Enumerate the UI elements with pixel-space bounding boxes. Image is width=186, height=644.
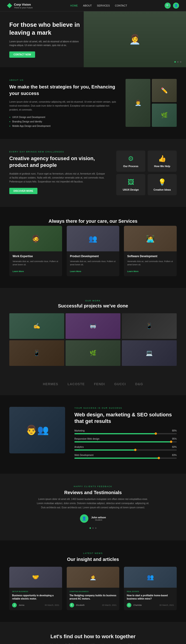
progress-label-webdesign: Responsive Web design [74, 438, 100, 440]
project-item-1[interactable]: ✍️ [9, 313, 64, 339]
strategy-left: ABOUT US We make the best strategies for… [9, 79, 119, 127]
strategy-item-1: UI/UX Design and Development [9, 116, 119, 118]
blog-cat-2: Starting Business [69, 590, 117, 592]
strategy-images: 👨‍💼 ✏️ 🌿 [126, 79, 177, 127]
projects-grid: ✍️ 🥽 📱 📱 🌿 💻 [9, 313, 177, 366]
nav-contact[interactable]: Contact [115, 4, 127, 7]
blog-img-2: 👩‍💼 [67, 567, 120, 588]
cta-description: Lorem ipsum dolor sit amet elit. Sed 'at… [35, 643, 151, 644]
service-card-2: 👥 Product Development Venenatis duis ac,… [67, 226, 120, 276]
cta-section: Let's find out how to work together Lore… [0, 622, 186, 644]
creative-cta-button[interactable]: Discover More [9, 188, 37, 194]
progress-fill-webdev [74, 458, 159, 459]
testimonial-text: Lorem ipsum dolor sit amet elit. 1463 ba… [35, 497, 151, 510]
creative-section: EVERY DAY BRINGS NEW CHALLENGES Creative… [0, 139, 186, 207]
service-card-3: 👩‍💻 Software Development Venenatis duis … [124, 226, 177, 276]
process-icon: ⚙ [120, 155, 142, 162]
seo-left: 👨‍👥 [9, 407, 65, 454]
hero-dots [174, 61, 181, 62]
progress-fill-marketing [74, 433, 156, 434]
seo-image: 👨‍👥 [9, 407, 65, 454]
blog-author-2: Elizabeth [76, 604, 85, 606]
service-title-1: Work Expertise [12, 254, 59, 258]
progress-fill-analytics [74, 450, 136, 450]
strategy-description: Lorem ipsum dolor sit amet, consectetur … [9, 100, 119, 112]
service-learn-1[interactable]: Learn More [12, 270, 24, 272]
progress-webdesign: Responsive Web design 95% [74, 438, 177, 442]
blog-author-avatar-3: C [127, 603, 131, 608]
project-item-6[interactable]: 💻 [122, 340, 177, 366]
service-desc-1: Venenatis duis ac, sed commodo risus. Pu… [12, 260, 59, 266]
blog-author-avatar-1: J [12, 603, 17, 608]
ideas-icon: 💡 [151, 178, 173, 186]
strategy-section: ABOUT US We make the best strategies for… [0, 67, 186, 139]
service-title-3: Software Development [127, 254, 174, 258]
nav-services[interactable]: Services [97, 4, 110, 7]
testimonial-author: 👤 John wilson Student [35, 514, 151, 523]
projects-title: Successful projects we've done [9, 303, 177, 308]
hero-cta-button[interactable]: Contact Now [9, 52, 35, 58]
search-button[interactable]: 🔍 [165, 2, 171, 8]
testimonial-dot-2[interactable] [92, 528, 94, 529]
creative-card-uiux: 🖼 UI/UX Design [116, 174, 145, 195]
nav-actions: 🔍 👤 [165, 2, 179, 8]
strategy-img-top: ✏️ [152, 79, 177, 102]
seo-title: Web design, marketing & SEO solutions th… [74, 412, 177, 425]
user-button[interactable]: 👤 [173, 2, 179, 8]
seo-tag: YOUR SUCCESS IS OUR SUCCESS [74, 407, 177, 409]
uiux-title: UI/UX Design [120, 188, 142, 191]
progress-analytics: Analytics 60% [74, 446, 177, 450]
strategy-item-2: Branding Design and Identity [9, 120, 119, 123]
uiux-icon: 🖼 [120, 178, 142, 186]
progress-bar-marketing [74, 433, 177, 434]
strategy-title: We make the best strategies for you, Enh… [9, 84, 119, 96]
creative-card-process: ⚙ Our Process [116, 150, 145, 172]
blog-meta-3: C Charlotte 30 March, 2021 [127, 603, 174, 608]
creative-description: Available et grottesk nunc. Fusce eget a… [9, 172, 107, 184]
strategy-tag: ABOUT US [9, 79, 119, 81]
project-item-4[interactable]: 📱 [9, 340, 64, 366]
author-avatar: 👤 [80, 514, 88, 523]
progress-fill-webdesign [74, 441, 172, 442]
hero-dot-3[interactable] [180, 61, 181, 62]
testimonial-content: Lorem ipsum dolor sit amet elit. 1463 ba… [35, 497, 151, 529]
progress-value-webdev: 83% [172, 454, 177, 456]
strategy-item-3: Mobile App Design and Development [9, 125, 119, 127]
blog-author-1: Jenna [18, 604, 24, 606]
blog-tag: LATEST NEWS [9, 552, 177, 554]
blog-section: LATEST NEWS Our insight and articles 🤝 S… [0, 540, 186, 622]
progress-value-marketing: 80% [172, 430, 177, 432]
services-title: Always there for your care, our Services [9, 218, 177, 224]
hero-description: Lorem ipsum dolor sit amet, elit, sed do… [9, 40, 84, 47]
project-item-2[interactable]: 🥽 [66, 313, 120, 339]
hero-section: 👩‍💼 For those who believe in leaving a m… [0, 12, 186, 67]
progress-label-marketing: Marketing [74, 430, 85, 432]
progress-label-analytics: Analytics [74, 446, 84, 448]
seo-section: 👨‍👥 YOUR SUCCESS IS OUR SUCCESS Web desi… [0, 395, 186, 474]
progress-value-analytics: 60% [172, 446, 177, 448]
project-item-5[interactable]: 🌿 [66, 340, 120, 366]
testimonial-dot-1[interactable] [90, 528, 91, 529]
creative-left: EVERY DAY BRINGS NEW CHALLENGES Creative… [9, 150, 107, 194]
logo[interactable]: Corp Vision Think to your Future [7, 2, 33, 9]
blog-author-avatar-2: E [69, 603, 74, 608]
progress-bar-webdesign [74, 441, 177, 442]
testimonial-dot-3[interactable] [95, 528, 96, 529]
blog-date-1: 30 March, 2021 [45, 604, 59, 606]
nav-home[interactable]: Home [70, 4, 78, 7]
project-item-3[interactable]: 📱 [122, 313, 177, 339]
service-img-3: 👩‍💻 [124, 226, 177, 251]
blog-card-1: 🤝 Setup Business Business opportunity in… [9, 567, 62, 610]
service-learn-2[interactable]: Learn More [70, 270, 81, 272]
service-learn-3[interactable]: Learn More [127, 270, 139, 272]
blog-date-3: 30 March, 2021 [159, 604, 174, 606]
creative-cards: ⚙ Our Process 👍 How We Help 🖼 UI/UX Desi… [116, 150, 177, 195]
author-role: Student [91, 519, 106, 521]
nav-about[interactable]: About [83, 4, 92, 7]
process-title: Our Process [120, 165, 142, 168]
strategy-list: UI/UX Design and Development Branding De… [9, 116, 119, 127]
blog-meta-2: E Elizabeth 20 March, 2021 [69, 603, 117, 608]
hero-dot-1[interactable] [174, 61, 176, 62]
help-icon: 👍 [151, 155, 173, 162]
hero-dot-2[interactable] [177, 61, 179, 62]
